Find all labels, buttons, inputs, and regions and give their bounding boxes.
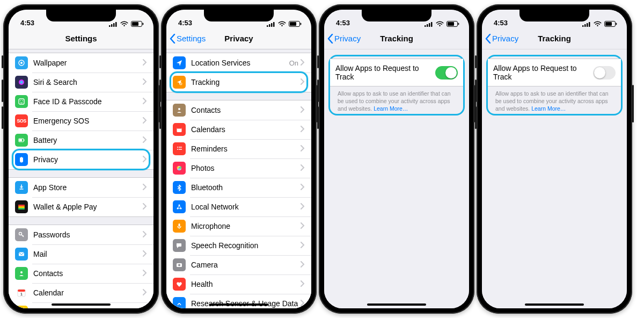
allow-tracking-toggle[interactable]	[593, 66, 616, 80]
settings-row-research-sensor-usage-data[interactable]: Research Sensor & Usage Data	[166, 294, 311, 308]
allow-tracking-row[interactable]: Allow Apps to Request to Track	[330, 59, 463, 86]
wallet-icon	[15, 200, 28, 213]
row-label: Contacts	[33, 269, 143, 278]
settings-row-wallet-apple-pay[interactable]: Wallet & Apple Pay	[9, 197, 153, 216]
settings-row-contacts[interactable]: Contacts	[9, 264, 153, 283]
learn-more-link[interactable]: Learn More…	[531, 105, 566, 112]
svg-rect-45	[179, 147, 182, 147]
research-icon	[173, 297, 186, 308]
settings-row-emergency-sos[interactable]: SOS Emergency SOS	[9, 111, 153, 131]
chevron-icon	[301, 261, 305, 269]
chevron-icon	[143, 308, 147, 308]
home-indicator	[525, 303, 584, 306]
settings-group: Contacts Calendars Reminders Photos	[166, 100, 311, 308]
settings-row-face-id-passcode[interactable]: Face ID & Passcode	[9, 92, 153, 111]
settings-row-app-store[interactable]: App Store	[9, 178, 153, 197]
svg-rect-38	[290, 22, 296, 26]
svg-point-9	[19, 80, 24, 85]
chevron-icon	[143, 183, 147, 192]
settings-row-privacy[interactable]: Privacy	[9, 150, 153, 169]
tracking-highlight: Allow Apps to Request to Track Allow app…	[328, 55, 465, 115]
home-indicator	[367, 303, 426, 306]
settings-row-reminders[interactable]: Reminders	[166, 139, 311, 158]
svg-rect-2	[113, 23, 115, 27]
settings-row-siri-search[interactable]: Siri & Search	[9, 73, 153, 92]
settings-row-photos[interactable]: Photos	[166, 158, 311, 178]
svg-rect-67	[582, 25, 584, 27]
settings-row-passwords[interactable]: Passwords	[9, 225, 153, 244]
settings-row-health[interactable]: Health	[166, 274, 311, 294]
battery-icon	[289, 21, 302, 27]
svg-rect-6	[143, 23, 144, 25]
svg-point-8	[20, 62, 23, 64]
nav-bar: Privacy Tracking	[482, 28, 627, 49]
chevron-icon	[301, 299, 305, 308]
bluetooth-icon	[173, 181, 186, 194]
settings-row-mail[interactable]: Mail	[9, 244, 153, 264]
chevron-icon	[301, 106, 305, 114]
svg-rect-20	[19, 252, 24, 256]
content: Allow Apps to Request to Track Allow app…	[324, 49, 469, 308]
settings-group: App Store Wallet & Apple Pay	[9, 177, 153, 217]
svg-point-58	[178, 264, 180, 266]
chevron-icon	[301, 59, 305, 67]
chevron-icon	[143, 269, 147, 278]
settings-row-calendar[interactable]: 1 Calendar	[9, 283, 153, 302]
row-label: Allow Apps to Request to Track	[335, 64, 435, 81]
svg-rect-61	[427, 24, 428, 27]
chevron-icon	[143, 136, 147, 144]
mail-icon	[15, 248, 28, 261]
home-indicator	[209, 303, 268, 306]
notch	[46, 10, 116, 21]
row-label: Bluetooth	[191, 183, 301, 192]
settings-row-wallpaper[interactable]: Wallpaper	[9, 53, 153, 73]
row-label: Notes	[33, 308, 143, 308]
svg-rect-16	[18, 205, 25, 206]
settings-row-battery[interactable]: Battery	[9, 131, 153, 150]
location-icon	[173, 56, 186, 69]
svg-rect-5	[132, 22, 138, 26]
back-button[interactable]: Privacy	[327, 28, 361, 49]
notes-icon	[15, 306, 28, 308]
settings-row-calendars[interactable]: Calendars	[166, 120, 311, 139]
content: Allow Apps to Request to Track Allow app…	[482, 49, 627, 308]
chevron-icon	[143, 288, 147, 297]
battery-icon	[447, 21, 459, 27]
svg-rect-35	[271, 23, 273, 27]
row-label: Wallpaper	[33, 59, 143, 67]
nav-title: Privacy	[224, 34, 253, 43]
svg-rect-14	[24, 140, 25, 141]
settings-row-local-network[interactable]: Local Network	[166, 197, 311, 216]
content: Location Services On Tracking Contacts C…	[166, 49, 311, 308]
row-label: Calendars	[191, 125, 301, 134]
home-indicator	[52, 303, 111, 306]
back-button[interactable]: Settings	[170, 28, 206, 49]
nav-bar: SettingsPrivacy	[166, 28, 311, 49]
wifi-icon	[120, 21, 128, 27]
chevron-icon	[301, 183, 305, 192]
chevron-icon	[143, 250, 147, 258]
battery-icon	[604, 21, 617, 27]
learn-more-link[interactable]: Learn More…	[374, 105, 408, 112]
row-label: Tracking	[191, 78, 301, 86]
settings-row-tracking[interactable]: Tracking	[166, 73, 311, 92]
chevron-icon	[143, 97, 147, 106]
settings-row-location-services[interactable]: Location Services On	[166, 53, 311, 73]
mic-icon	[173, 220, 186, 233]
status-time: 4:53	[494, 19, 508, 27]
svg-rect-0	[109, 25, 111, 27]
settings-row-contacts[interactable]: Contacts	[166, 100, 311, 120]
settings-row-bluetooth[interactable]: Bluetooth	[166, 178, 311, 197]
siri-icon	[15, 76, 28, 89]
svg-rect-15	[19, 139, 22, 141]
allow-tracking-row[interactable]: Allow Apps to Request to Track	[488, 59, 621, 86]
faceid-icon	[15, 95, 28, 108]
nav-bar: Privacy Tracking	[324, 28, 469, 49]
row-label: Photos	[191, 164, 301, 172]
settings-row-camera[interactable]: Camera	[166, 255, 311, 274]
settings-row-microphone[interactable]: Microphone	[166, 216, 311, 236]
chevron-icon	[143, 230, 147, 239]
back-button[interactable]: Privacy	[485, 28, 518, 49]
allow-tracking-toggle[interactable]	[435, 66, 458, 80]
settings-row-speech-recognition[interactable]: Speech Recognition	[166, 236, 311, 255]
